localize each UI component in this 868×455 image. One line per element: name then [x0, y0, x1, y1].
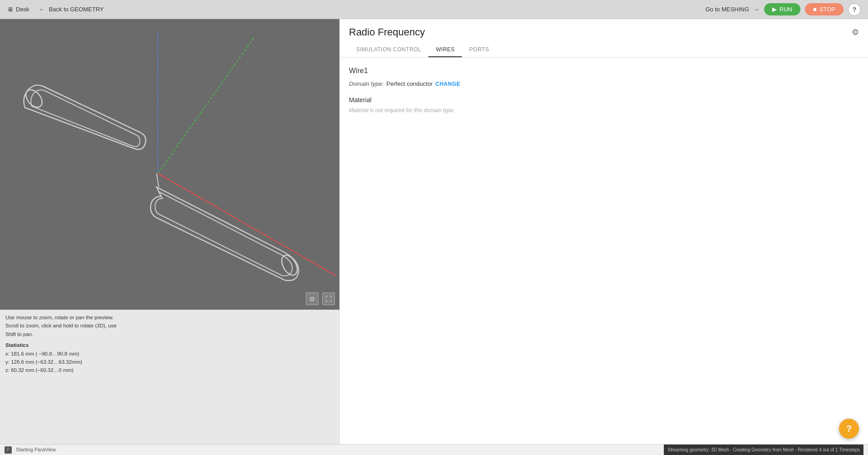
3d-canvas[interactable]: ⊙ ⛶ — [0, 19, 339, 310]
status-left: P Starting ParaView — [5, 446, 56, 454]
material-title: Material — [349, 96, 859, 104]
right-panel: Radio Frequency ⚙ SIMULATION CONTROL WIR… — [339, 19, 868, 444]
viewport-info: Use mouse to zoom, rotate or pan the pre… — [0, 310, 339, 378]
status-text: Starting ParaView — [16, 446, 56, 452]
change-link[interactable]: CHANGE — [435, 81, 460, 87]
help-button[interactable]: ? — [848, 3, 861, 16]
fullscreen-button[interactable]: ⛶ — [322, 292, 335, 305]
goto-meshing-label: Go to MESHING — [706, 6, 749, 13]
panel-header: Radio Frequency ⚙ — [340, 19, 868, 43]
topbar-right: Go to MESHING RUN STOP ? — [706, 3, 861, 16]
domain-type-label: Domain type: — [349, 80, 384, 87]
panel-content: Wire1 Domain type: Perfect conductor CHA… — [340, 58, 868, 444]
help-fab-button[interactable]: ? — [839, 419, 859, 439]
topbar: 🖥 Desk Back to GEOMETRY Go to MESHING RU… — [0, 0, 868, 19]
hint-line-3: Shift to pan. — [5, 330, 334, 338]
center-view-button[interactable]: ⊙ — [306, 292, 319, 305]
status-bar: P Starting ParaView Streaming geometry: … — [0, 444, 868, 455]
play-icon — [772, 6, 777, 13]
viewport-controls: ⊙ ⛶ — [306, 292, 335, 305]
back-arrow-icon — [39, 6, 46, 13]
viewport-panel: ⊙ ⛶ Use mouse to zoom, rotate or pan the… — [0, 19, 339, 444]
status-right: Streaming geometry: 3D Mesh · Creating G… — [664, 445, 863, 455]
stats-label: Statistics — [5, 341, 334, 349]
goto-meshing-link[interactable]: Go to MESHING — [706, 6, 760, 13]
stop-icon — [813, 6, 817, 13]
tab-ports[interactable]: PORTS — [462, 43, 496, 57]
desk-link[interactable]: 🖥 Desk — [7, 6, 29, 13]
hint-line-2: Scroll to zoom, click and hold to rotate… — [5, 321, 334, 330]
run-label: RUN — [780, 6, 792, 13]
domain-type-row: Domain type: Perfect conductor CHANGE — [349, 80, 859, 87]
status-log: Streaming geometry: 3D Mesh · Creating G… — [667, 447, 860, 452]
main-layout: ⊙ ⛶ Use mouse to zoom, rotate or pan the… — [0, 19, 868, 444]
statistics-section: Statistics x: 181.6 mm ( −90.8…90.8 mm) … — [5, 341, 334, 375]
desk-label: Desk — [16, 6, 29, 13]
stat-x: x: 181.6 mm ( −90.8…90.8 mm) — [5, 350, 334, 358]
wire-name: Wire1 — [349, 67, 859, 75]
run-button[interactable]: RUN — [764, 3, 800, 15]
back-to-geometry-label: Back to GEOMETRY — [49, 6, 104, 13]
material-note: Material is not required for this domain… — [349, 107, 859, 114]
domain-type-value: Perfect conductor — [387, 80, 433, 87]
tab-simulation-control[interactable]: SIMULATION CONTROL — [349, 43, 428, 57]
svg-rect-0 — [0, 19, 339, 310]
panel-title: Radio Frequency — [349, 26, 425, 38]
stop-label: STOP — [819, 6, 835, 13]
hint-line-1: Use mouse to zoom, rotate or pan the pre… — [5, 313, 334, 321]
back-to-geometry-link[interactable]: Back to GEOMETRY — [39, 6, 104, 13]
paraview-icon: P — [5, 446, 12, 454]
topbar-left: 🖥 Desk Back to GEOMETRY — [7, 6, 104, 13]
stop-button[interactable]: STOP — [805, 3, 843, 15]
settings-button[interactable]: ⚙ — [852, 27, 859, 37]
goto-arrow-icon — [752, 6, 760, 13]
desk-icon: 🖥 — [7, 6, 13, 13]
tab-wires[interactable]: WIRES — [428, 43, 462, 57]
stat-z: z: 60.32 mm (−60.32…0 mm) — [5, 366, 334, 374]
tabs-bar: SIMULATION CONTROL WIRES PORTS — [340, 43, 868, 58]
stat-y: y: 126.6 mm (−63.32…63.32mm) — [5, 358, 334, 366]
